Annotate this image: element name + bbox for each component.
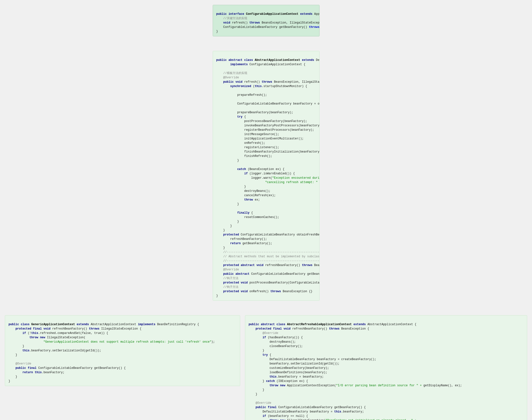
code-block-middle: public abstract class AbstractApplicatio… <box>213 51 320 301</box>
code-block-bottom-right: public abstract class AbstractRefreshabl… <box>245 315 527 420</box>
code-block-top: public interface ConfigurableApplication… <box>213 5 320 36</box>
code-block-bottom-left: public class GenericApplicationContext e… <box>5 315 240 386</box>
